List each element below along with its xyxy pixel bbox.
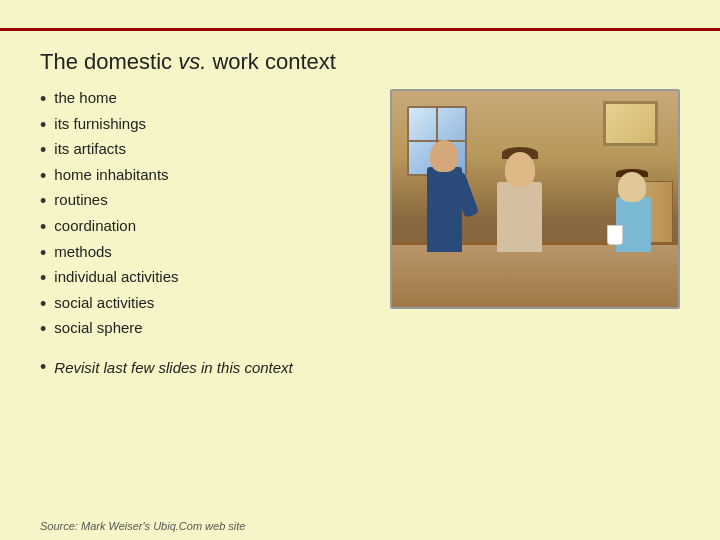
source-attribution: Source: Mark Weiser's Ubiq.Com web site bbox=[40, 520, 245, 532]
bullet-dot-icon: • bbox=[40, 217, 46, 239]
subtitle-italic: vs. bbox=[178, 49, 212, 74]
person1-body bbox=[427, 167, 462, 252]
bullet-text: routines bbox=[54, 191, 107, 208]
person2-head bbox=[505, 152, 535, 187]
list-item: •its furnishings bbox=[40, 115, 380, 137]
main-area: •the home•its furnishings•its artifacts•… bbox=[40, 89, 680, 345]
person1-head bbox=[430, 140, 458, 172]
slide: The domestic vs. work context •the home•… bbox=[0, 0, 720, 540]
bullet-text: its artifacts bbox=[54, 140, 126, 157]
bullet-dot-icon: • bbox=[40, 89, 46, 111]
subtitle-plain: The domestic bbox=[40, 49, 178, 74]
family-photo bbox=[390, 89, 680, 309]
bullet-dot-icon: • bbox=[40, 319, 46, 341]
revisit-text: Revisit last few slides in this context bbox=[54, 357, 292, 378]
bullet-text: social activities bbox=[54, 294, 154, 311]
bullet-dot-icon: • bbox=[40, 268, 46, 290]
person3-head bbox=[618, 172, 646, 202]
list-item: •coordination bbox=[40, 217, 380, 239]
bullet-dot-icon: • bbox=[40, 166, 46, 188]
photo-background bbox=[392, 91, 678, 307]
list-item: •routines bbox=[40, 191, 380, 213]
bullet-text: the home bbox=[54, 89, 117, 106]
list-item: •the home bbox=[40, 89, 380, 111]
person2-figure bbox=[487, 142, 557, 252]
cup-decoration bbox=[607, 225, 623, 245]
list-item: •methods bbox=[40, 243, 380, 265]
list-item: •its artifacts bbox=[40, 140, 380, 162]
bullet-dot-icon: • bbox=[40, 243, 46, 265]
list-item: •social activities bbox=[40, 294, 380, 316]
bullet-text: methods bbox=[54, 243, 112, 260]
list-item: •social sphere bbox=[40, 319, 380, 341]
subtitle: The domestic vs. work context bbox=[40, 49, 680, 75]
bullet-dot-icon: • bbox=[40, 140, 46, 162]
header bbox=[0, 0, 720, 31]
bullet-dot-icon: • bbox=[40, 294, 46, 316]
bullet-text: coordination bbox=[54, 217, 136, 234]
bullet-dot-icon: • bbox=[40, 115, 46, 137]
revisit-area: • Revisit last few slides in this contex… bbox=[40, 357, 680, 379]
person2-body bbox=[497, 182, 542, 252]
bullet-dot-icon: • bbox=[40, 191, 46, 213]
bullet-text: individual activities bbox=[54, 268, 178, 285]
subtitle-end: work context bbox=[212, 49, 336, 74]
frame-decoration bbox=[603, 101, 658, 146]
revisit-bullet: • bbox=[40, 357, 46, 379]
bullet-list: •the home•its furnishings•its artifacts•… bbox=[40, 89, 380, 345]
content-area: The domestic vs. work context •the home•… bbox=[0, 31, 720, 389]
bullet-text: its furnishings bbox=[54, 115, 146, 132]
bullet-text: home inhabitants bbox=[54, 166, 168, 183]
list-item: •individual activities bbox=[40, 268, 380, 290]
person1-figure bbox=[417, 122, 472, 252]
list-item: •home inhabitants bbox=[40, 166, 380, 188]
bullet-text: social sphere bbox=[54, 319, 142, 336]
